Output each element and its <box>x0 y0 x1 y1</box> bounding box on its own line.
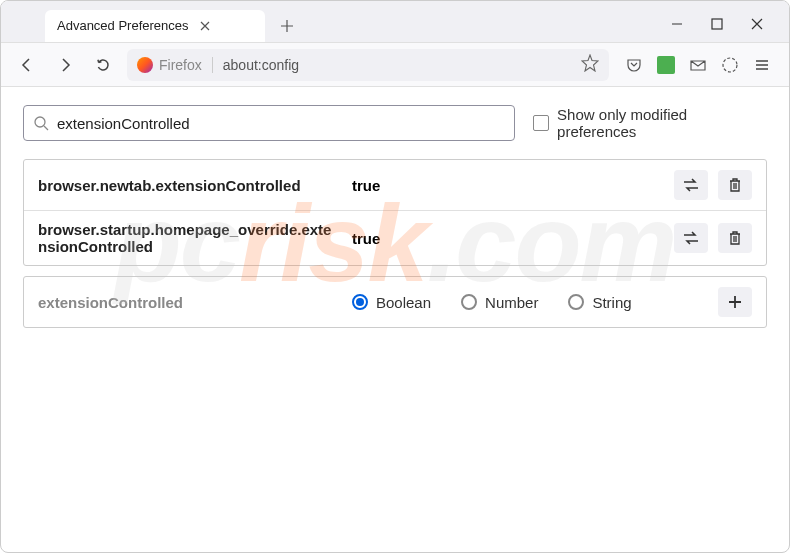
pref-name: browser.newtab.extensionControlled <box>38 177 338 194</box>
toolbar-icons <box>619 56 777 74</box>
svg-point-2 <box>35 117 45 127</box>
search-icon <box>34 116 49 131</box>
toolbar: Firefox about:config <box>1 43 789 87</box>
delete-button[interactable] <box>718 223 752 253</box>
toggle-button[interactable] <box>674 223 708 253</box>
pref-table: browser.newtab.extensionControlled true … <box>23 159 767 266</box>
radio-number[interactable]: Number <box>461 294 538 311</box>
close-window-icon[interactable] <box>749 16 765 32</box>
new-pref: extensionControlled Boolean Number Strin… <box>23 276 767 328</box>
maximize-icon[interactable] <box>709 16 725 32</box>
extension-icon[interactable] <box>657 56 675 74</box>
search-row: Show only modified preferences <box>23 105 767 141</box>
svg-rect-0 <box>712 19 722 29</box>
new-tab-button[interactable] <box>273 12 301 40</box>
bookmark-star-icon[interactable] <box>581 54 599 76</box>
window-controls <box>669 16 789 32</box>
toggle-button[interactable] <box>674 170 708 200</box>
url-text: about:config <box>223 57 571 73</box>
radio-string[interactable]: String <box>568 294 631 311</box>
radio-icon <box>461 294 477 310</box>
tab-title: Advanced Preferences <box>57 18 189 33</box>
pocket-icon[interactable] <box>625 56 643 74</box>
new-pref-name: extensionControlled <box>38 294 338 311</box>
pref-row: browser.newtab.extensionControlled true <box>24 160 766 211</box>
minimize-icon[interactable] <box>669 16 685 32</box>
delete-button[interactable] <box>718 170 752 200</box>
pref-value: true <box>352 230 660 247</box>
type-radio-group: Boolean Number String <box>352 294 704 311</box>
forward-button[interactable] <box>51 51 79 79</box>
mail-icon[interactable] <box>689 56 707 74</box>
content: Show only modified preferences browser.n… <box>1 87 789 346</box>
pref-value: true <box>352 177 660 194</box>
firefox-label: Firefox <box>159 57 202 73</box>
firefox-badge: Firefox <box>137 57 213 73</box>
titlebar: Advanced Preferences <box>1 1 789 43</box>
search-input[interactable] <box>57 115 504 132</box>
reload-button[interactable] <box>89 51 117 79</box>
url-bar[interactable]: Firefox about:config <box>127 49 609 81</box>
add-button[interactable] <box>718 287 752 317</box>
menu-icon[interactable] <box>753 56 771 74</box>
radio-boolean[interactable]: Boolean <box>352 294 431 311</box>
account-icon[interactable] <box>721 56 739 74</box>
radio-icon <box>568 294 584 310</box>
pref-row: browser.startup.homepage_override.extens… <box>24 211 766 265</box>
firefox-icon <box>137 57 153 73</box>
search-box[interactable] <box>23 105 515 141</box>
svg-point-1 <box>723 58 737 72</box>
checkbox-icon <box>533 115 549 131</box>
browser-tab[interactable]: Advanced Preferences <box>45 10 265 42</box>
back-button[interactable] <box>13 51 41 79</box>
show-modified-checkbox[interactable]: Show only modified preferences <box>533 106 767 140</box>
close-tab-icon[interactable] <box>197 18 213 34</box>
checkbox-label: Show only modified preferences <box>557 106 767 140</box>
radio-icon <box>352 294 368 310</box>
pref-name: browser.startup.homepage_override.extens… <box>38 221 338 255</box>
